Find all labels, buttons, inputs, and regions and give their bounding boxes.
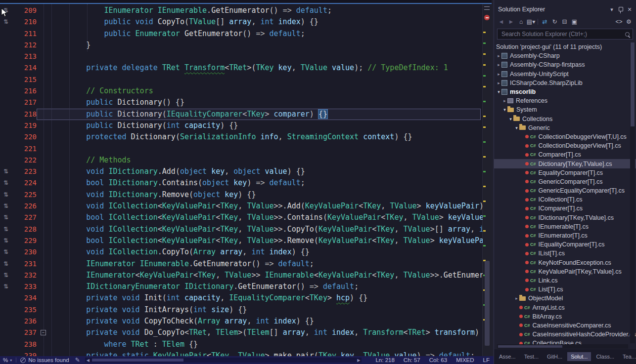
tree-item[interactable]: C#IEnumerable[T].cs xyxy=(494,222,636,231)
collapse-arrow-icon[interactable]: ▾ xyxy=(496,89,501,94)
line-number[interactable]: 231 xyxy=(12,258,37,270)
editor-vertical-scrollbar[interactable] xyxy=(482,4,492,356)
line-number[interactable]: 232 xyxy=(12,270,37,281)
line-number[interactable]: 218 xyxy=(12,109,37,120)
code-line[interactable]: ⇅227 bool ICollection<KeyValuePair<TKey,… xyxy=(0,212,483,223)
search-icon[interactable] xyxy=(625,32,630,37)
code-line[interactable]: 217 public Dictionary() {} xyxy=(0,97,483,108)
tree-item[interactable]: C#IDictionary[TKey,TValue].cs xyxy=(494,213,636,222)
tree-item[interactable]: ▸ObjectModel xyxy=(494,294,636,303)
splitter-grip-icon[interactable] xyxy=(484,6,490,10)
code-line[interactable]: 212 } xyxy=(0,40,483,51)
tree-item[interactable]: C#ArrayList.cs xyxy=(494,303,636,312)
code-line[interactable]: ⇅230 void ICollection.CopyTo(Array array… xyxy=(0,246,483,258)
home-button-icon[interactable]: ⌂ xyxy=(516,18,526,25)
code-line[interactable]: 237− private void Do_CopyTo<TRet, TElem>… xyxy=(0,327,483,338)
code-line[interactable]: 220 protected Dictionary(SerializationIn… xyxy=(0,131,483,143)
line-number[interactable]: 226 xyxy=(12,201,37,212)
sync-with-active-document-button-icon[interactable]: ⇄ xyxy=(540,18,549,25)
tree-item[interactable]: ▾System xyxy=(494,105,636,114)
tree-item[interactable]: C#IComparer[T].cs xyxy=(494,204,636,213)
code-line[interactable]: ⇅229 bool ICollection<KeyValuePair<TKey,… xyxy=(0,235,483,246)
code-line[interactable]: ⇅223 void IDictionary.Add(object key, ob… xyxy=(0,166,483,177)
tree-item[interactable]: C#List[T].cs xyxy=(494,285,636,294)
show-all-files-button-icon[interactable]: ▣ xyxy=(570,18,579,25)
line-number[interactable]: 233 xyxy=(12,281,37,292)
code-line[interactable]: 234 private void Init(int capacity, IEqu… xyxy=(0,292,483,304)
code-line[interactable]: 215 xyxy=(0,74,483,85)
tree-item[interactable]: C#CaseInsensitiveComparer.cs xyxy=(494,321,636,330)
editor-horizontal-scrollbar[interactable]: ◀ ▶ xyxy=(85,358,362,363)
close-icon[interactable]: × xyxy=(625,5,634,13)
code-line[interactable]: ⇅232 IEnumerator<KeyValuePair<TKey, TVal… xyxy=(0,270,483,281)
tree-item[interactable]: C#Link.cs xyxy=(494,276,636,285)
tree-item[interactable]: ▸Assembly-CSharp-firstpass xyxy=(494,60,636,69)
tree-horizontal-scrollbar[interactable] xyxy=(497,344,628,349)
collapse-all-button-icon[interactable]: ⊟ xyxy=(560,18,569,25)
line-indicator[interactable]: Ln: 218 xyxy=(375,357,394,363)
tree-item[interactable]: ▸Assembly-CSharp xyxy=(494,51,636,60)
tree-item[interactable]: ▸References xyxy=(494,96,636,105)
line-number[interactable]: 228 xyxy=(12,224,37,235)
code-line[interactable]: 238 where TRet : TElem {} xyxy=(0,339,483,350)
tree-item[interactable]: C#EqualityComparer[T].cs xyxy=(494,168,636,177)
code-line[interactable]: 236 private void CopyToCheck(Array array… xyxy=(0,316,483,327)
tree-item[interactable]: C#GenericEqualityComparer[T].cs xyxy=(494,186,636,195)
tree-vertical-scrollbar[interactable] xyxy=(630,42,635,343)
tree-item[interactable]: C#BitArray.cs xyxy=(494,312,636,321)
column-indicator[interactable]: Col: 63 xyxy=(429,357,447,363)
line-number[interactable]: 238 xyxy=(12,339,37,350)
code-line[interactable]: ⇅225 void IDictionary.Remove(object key)… xyxy=(0,189,483,201)
panel-tab-asse[interactable]: Asse... xyxy=(496,352,519,361)
tree-item[interactable]: C#Comparer[T].cs xyxy=(494,150,636,159)
line-number[interactable]: 223 xyxy=(12,166,37,177)
panel-tab-tea[interactable]: Tea... xyxy=(619,352,636,361)
tree-item[interactable]: C#CollectionDebuggerView[T].cs xyxy=(494,141,636,150)
line-number[interactable]: 222 xyxy=(12,155,37,166)
line-number[interactable]: 215 xyxy=(12,74,37,85)
switch-views-button-icon[interactable]: ▤▾ xyxy=(526,18,536,25)
expand-arrow-icon[interactable]: ▸ xyxy=(496,81,501,85)
tree-hscrollbar-thumb[interactable] xyxy=(498,345,562,348)
tree-item[interactable]: C#Dictionary[TKey,TValue].cs xyxy=(494,159,636,168)
tree-item[interactable]: C#IEnumerator[T].cs xyxy=(494,231,636,240)
tree-item[interactable]: C#ICollection[T].cs xyxy=(494,195,636,204)
tree-item[interactable]: ▾mscorlib xyxy=(494,87,636,96)
expand-arrow-icon[interactable]: ▸ xyxy=(496,72,501,77)
code-line[interactable]: 222 // Methods xyxy=(0,155,483,166)
line-number[interactable]: 212 xyxy=(12,40,37,51)
tree-item[interactable]: ▸Assembly-UnityScript xyxy=(494,70,636,79)
panel-tab-solut[interactable]: Solut... xyxy=(567,352,591,361)
line-number[interactable]: 219 xyxy=(12,120,37,131)
code-view-button-icon[interactable]: <> xyxy=(614,18,624,25)
issues-status[interactable]: No issues found xyxy=(28,357,69,363)
line-number[interactable]: 214 xyxy=(12,62,37,74)
panel-tab-test[interactable]: Test... xyxy=(521,352,542,361)
settings-wrench-button-icon[interactable]: ⚙ xyxy=(624,18,634,25)
code-line[interactable]: ⇅226 void ICollection<KeyValuePair<TKey,… xyxy=(0,201,483,212)
encoding-indicator[interactable]: MIXED xyxy=(456,357,474,363)
code-line[interactable]: 218 public Dictionary(IEqualityComparer<… xyxy=(0,109,483,120)
refresh-button-icon[interactable]: ↻ xyxy=(550,18,559,25)
code-line[interactable]: 221 xyxy=(0,143,483,155)
line-number[interactable]: 217 xyxy=(12,97,37,108)
line-number[interactable]: 210 xyxy=(12,16,37,28)
line-number[interactable]: 224 xyxy=(12,177,37,189)
expand-arrow-icon[interactable]: ▸ xyxy=(496,62,501,67)
code-line[interactable]: ⇅228 void ICollection<KeyValuePair<TKey,… xyxy=(0,224,483,235)
code-line[interactable]: ⇅210 public void CopyTo(TValue[] array, … xyxy=(0,16,483,28)
code-line[interactable]: 214 private delegate TRet Transform<TRet… xyxy=(0,62,483,74)
tree-item[interactable]: ▾Generic xyxy=(494,123,636,132)
search-input[interactable] xyxy=(500,30,622,38)
char-indicator[interactable]: Ch: 57 xyxy=(404,357,420,363)
expand-arrow-icon[interactable]: ▸ xyxy=(514,296,519,301)
code-line[interactable]: 216 // Constructors xyxy=(0,85,483,97)
code-editor[interactable]: ⇅209 IEnumerator IEnumerable.GetEnumerat… xyxy=(0,4,492,356)
code-line[interactable]: 239 private static KeyValuePair<TKey, TV… xyxy=(0,350,483,356)
tree-item[interactable]: C#CollectionBase.cs xyxy=(494,339,636,344)
tree-item[interactable]: C#KeyValuePair[TKey,TValue].cs xyxy=(494,267,636,276)
code-line[interactable]: ⇅224 bool IDictionary.Contains(object ke… xyxy=(0,177,483,189)
expand-arrow-icon[interactable]: ▸ xyxy=(502,98,507,103)
code-line[interactable]: 213 xyxy=(0,51,483,62)
collapse-arrow-icon[interactable]: ▾ xyxy=(514,125,519,130)
